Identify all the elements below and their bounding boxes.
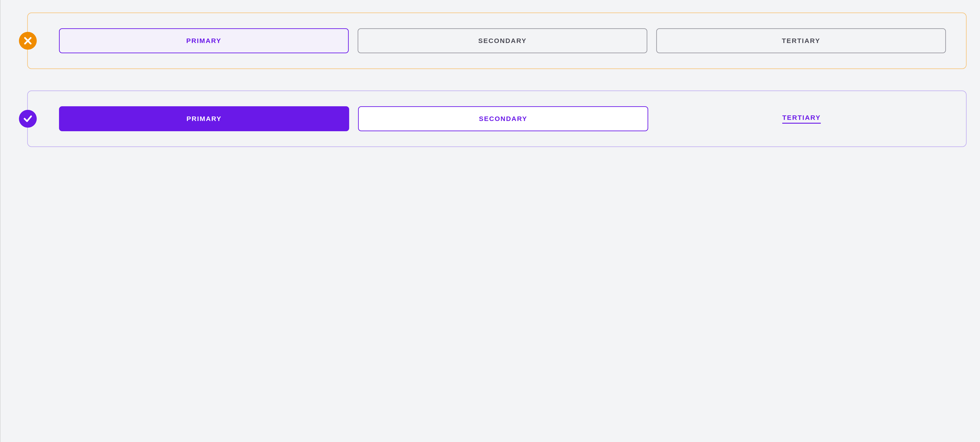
button-label: PRIMARY [186,115,221,123]
do-secondary-button[interactable]: SECONDARY [358,106,648,131]
dont-primary-button[interactable]: PRIMARY [59,28,349,53]
check-badge [19,110,37,128]
button-label: TERTIARY [782,114,821,124]
button-label: PRIMARY [186,37,221,45]
dont-panel: PRIMARY SECONDARY TERTIARY [27,13,967,69]
dont-tertiary-button[interactable]: TERTIARY [656,28,946,53]
cross-icon [23,36,33,46]
do-panel: PRIMARY SECONDARY TERTIARY [27,91,967,147]
dont-secondary-button[interactable]: SECONDARY [358,28,648,53]
do-primary-button[interactable]: PRIMARY [59,106,349,131]
check-icon [23,114,33,124]
cross-badge [19,32,37,49]
do-tertiary-button[interactable]: TERTIARY [657,106,946,131]
button-label: SECONDARY [479,115,528,123]
button-label: TERTIARY [782,37,820,45]
button-label: SECONDARY [478,37,527,45]
